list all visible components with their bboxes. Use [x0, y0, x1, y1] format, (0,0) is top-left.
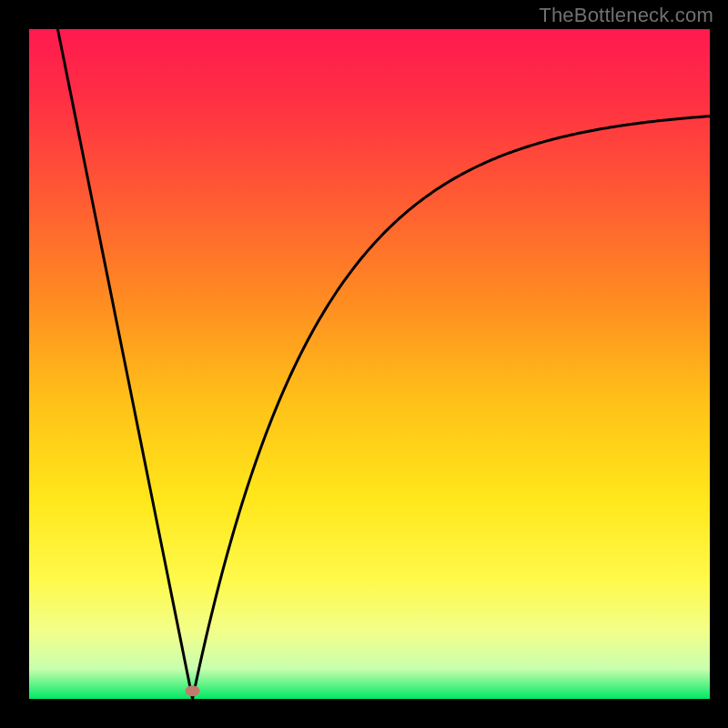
plot-background [29, 29, 710, 699]
watermark-text: TheBottleneck.com [539, 4, 713, 27]
bottleneck-chart [0, 0, 728, 728]
chart-frame: TheBottleneck.com [0, 0, 728, 728]
min-marker [186, 685, 200, 696]
